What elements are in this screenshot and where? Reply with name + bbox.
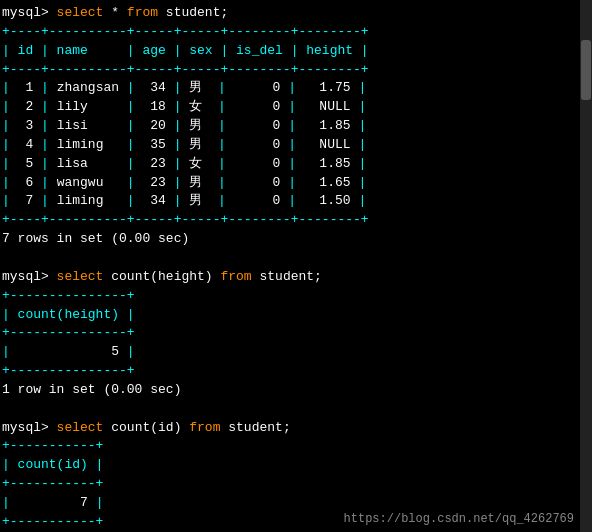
watermark: https://blog.csdn.net/qq_4262769	[344, 512, 574, 526]
data-count-id: | 7 |	[2, 494, 590, 513]
data-row-1: | 1 | zhangsan | 34 | 男 | 0 | 1.75 |	[2, 79, 590, 98]
border: +----+----------+-----+-----+--------+--…	[2, 61, 590, 80]
cmd-line-3: mysql> select count(id) from student;	[2, 419, 590, 438]
data-row-2: | 2 | lily | 18 | 女 | 0 | NULL |	[2, 98, 590, 117]
header-count-height: | count(height) |	[2, 306, 590, 325]
data-row-7: | 7 | liming | 34 | 男 | 0 | 1.50 |	[2, 192, 590, 211]
cmd-line-2: mysql> select count(height) from student…	[2, 268, 590, 287]
border: +---------------+	[2, 324, 590, 343]
header-count-id: | count(id) |	[2, 456, 590, 475]
border: +----+----------+-----+-----+--------+--…	[2, 23, 590, 42]
blank-1	[2, 249, 590, 268]
scrollbar[interactable]	[580, 0, 592, 532]
border: +-----------+	[2, 437, 590, 456]
data-row-4: | 4 | liming | 35 | 男 | 0 | NULL |	[2, 136, 590, 155]
terminal: mysql> select * from student; +----+----…	[0, 0, 592, 532]
border: +---------------+	[2, 362, 590, 381]
data-row-3: | 3 | lisi | 20 | 男 | 0 | 1.85 |	[2, 117, 590, 136]
result-info-2: 1 row in set (0.00 sec)	[2, 381, 590, 400]
border: +-----------+	[2, 475, 590, 494]
data-row-5: | 5 | lisa | 23 | 女 | 0 | 1.85 |	[2, 155, 590, 174]
scrollbar-thumb[interactable]	[581, 40, 591, 100]
data-row-6: | 6 | wangwu | 23 | 男 | 0 | 1.65 |	[2, 174, 590, 193]
border: +---------------+	[2, 287, 590, 306]
border: +----+----------+-----+-----+--------+--…	[2, 211, 590, 230]
cmd-line-1: mysql> select * from student;	[2, 4, 590, 23]
data-count-height: | 5 |	[2, 343, 590, 362]
result-info-1: 7 rows in set (0.00 sec)	[2, 230, 590, 249]
blank-2	[2, 400, 590, 419]
header-row: | id | name | age | sex | is_del | heigh…	[2, 42, 590, 61]
